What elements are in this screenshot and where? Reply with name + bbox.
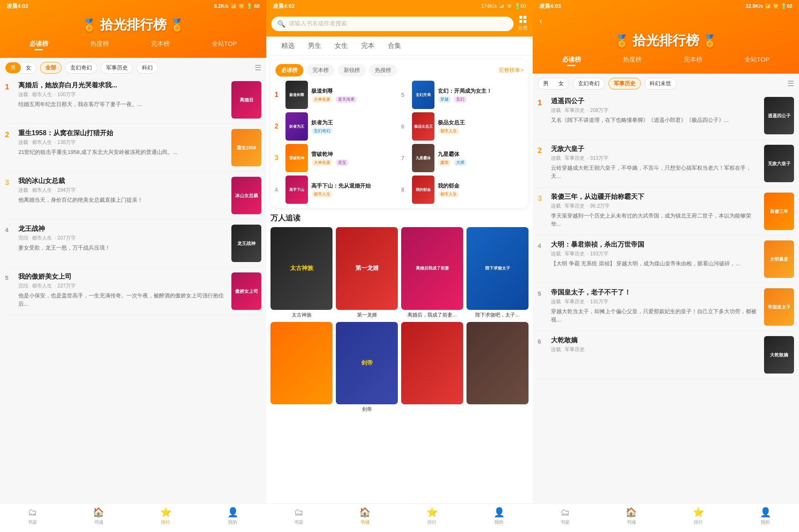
right-gender-female[interactable]: 女 [553, 78, 569, 89]
left-book-item-2[interactable]: 2 重生1958：从窝在深山打猎开始 连载 都市人生· 138万字 21世纪的狙… [5, 124, 261, 172]
right-tab-must-read[interactable]: 必读榜 [559, 54, 584, 65]
right-book-cover-5: 帝国皇太子 [764, 288, 794, 326]
middle-nav-bookstore[interactable]: 🏠 书城 [359, 507, 370, 525]
right-nav-bookstore[interactable]: 🏠 书城 [625, 507, 637, 525]
left-tab-must-read[interactable]: 必读榜 [26, 38, 52, 49]
right-tab-hot[interactable]: 热度榜 [620, 54, 645, 65]
middle-rank-item-7[interactable]: 7 九星霸体 九星霸体 廉荣 大师 [401, 144, 524, 172]
left-tab-top[interactable]: 全站TOP [208, 38, 241, 49]
middle-nav-bookshelf[interactable]: 🗂 书架 [294, 507, 303, 525]
left-nav-bookstore[interactable]: 🏠 书城 [93, 507, 104, 525]
right-book-meta-6: 连载 军事历史 [551, 346, 760, 353]
left-book-item-3[interactable]: 3 我的冰山女总裁 连载 都市人生· 294万字 他离婚当天，身价百亿的绝美女总… [5, 172, 261, 220]
rank-title-7: 九星霸体 [438, 151, 524, 158]
right-book-desc-4: 【大明 争霸 无系统 崇祯】 穿越大明，成为煤山皇帝朱由检，眼看山河破碎，... [551, 260, 760, 268]
million-item-1[interactable]: 太古神族 太古神族 [270, 227, 333, 319]
right-book-title-2: 无敌六皇子 [551, 145, 760, 153]
middle-rank-item-8[interactable]: 8 我的郁金 我的郁金 都市人生 [401, 176, 524, 204]
battery-level: 60 [254, 3, 260, 9]
million-item-4[interactable]: 陛下求饶太子 陛下求饶吧，太子... [466, 227, 529, 319]
right-book-item-2[interactable]: 2 无敌六皇子 连载 军事历史· 313万字 云铃穿越成大乾王朝六皇子，不夺嫡，… [538, 140, 794, 188]
million-item-2[interactable]: 第一龙婿 第一龙婿 [336, 227, 398, 319]
left-book-item-4[interactable]: 4 龙王战神 完结 都市人生· 207万字 妻女受欺，龙王一怒，万千战兵压境！ … [5, 220, 261, 267]
left-tab-hot[interactable]: 热度榜 [87, 38, 112, 49]
middle-rank-tab-hot[interactable]: 热搜榜 [369, 64, 397, 77]
left-book-cover-1: 离婚后 [231, 81, 261, 119]
rank-cover-6: 极品女总王 [412, 112, 434, 141]
rank-cover-4: 高手下山 [285, 176, 308, 204]
left-filter-military[interactable]: 军事历史 [101, 62, 133, 74]
left-nav-bookshelf[interactable]: 🗂 书架 [28, 507, 37, 525]
middle-tab-selected[interactable]: 精选 [275, 37, 301, 55]
left-book-item-5[interactable]: 5 我的傲娇美女上司 完结 都市人生· 227万字 他是小保安，也是盖世高手，一… [5, 267, 261, 315]
right-filter-menu[interactable]: ☰ [787, 79, 794, 88]
right-book-item-3[interactable]: 3 装傻三年，从边疆开始称霸天下 连载 军事历史· 96.2万字 李天策穿越到一… [538, 188, 794, 235]
middle-rank-item-4[interactable]: 4 高手下山 高手下山：先从退婚开始 都市人生 [275, 176, 398, 204]
middle-tab-female[interactable]: 女生 [328, 37, 355, 55]
right-nav-ranking[interactable]: ⭐ 排行 [693, 507, 704, 525]
category-button[interactable]: 分类 [518, 16, 528, 32]
middle-rank-tab-complete[interactable]: 完本榜 [307, 64, 335, 77]
right-mine-icon: 👤 [760, 507, 771, 518]
right-laurel-right: 🏅 [702, 34, 717, 48]
left-nav-ranking[interactable]: ⭐ 排行 [160, 507, 171, 525]
right-tab-top[interactable]: 全站TOP [741, 54, 773, 65]
middle-rank-tab-full[interactable]: 完整榜单> [499, 67, 524, 74]
back-button[interactable]: ‹ [539, 14, 546, 28]
right-tab-complete[interactable]: 完本榜 [680, 54, 706, 65]
middle-mine-icon: 👤 [494, 507, 505, 518]
middle-tab-complete[interactable]: 完本 [355, 37, 381, 55]
middle-tab-male[interactable]: 男生 [301, 37, 328, 55]
right-nav-mine[interactable]: 👤 我的 [760, 507, 771, 525]
left-nav-mine[interactable]: 👤 我的 [227, 507, 238, 525]
right-book-item-5[interactable]: 5 帝国皇太子，老子不干了！ 连载 军事历史· 131万字 穿越大乾当太子，却摊… [538, 283, 794, 331]
million-item-5[interactable] [270, 322, 333, 413]
right-rank-3: 3 [538, 193, 547, 203]
left-gender-female[interactable]: 女 [21, 62, 36, 73]
middle-nav-mine[interactable]: 👤 我的 [494, 507, 505, 525]
middle-rank-item-6[interactable]: 6 极品女总王 极品女总王 都市人生 [401, 112, 524, 141]
middle-rank-item-3[interactable]: 3 雷破乾坤 雷破乾坤 大神名家 灵宝 [275, 144, 398, 172]
million-second-row: 剑帝 剑帝 [270, 322, 529, 418]
million-item-6[interactable]: 剑帝 剑帝 [336, 322, 398, 413]
left-book-item-1[interactable]: 1 离婚后，她放弃白月光哭着求我... 连载 都市人生· 100万字 结婚五周年… [5, 76, 261, 124]
left-book-meta-2: 连载 都市人生· 138万字 [18, 139, 227, 146]
middle-ranking-icon: ⭐ [427, 507, 438, 518]
left-book-meta-1: 连载 都市人生· 100万字 [18, 91, 227, 98]
left-filter-fantasy[interactable]: 玄幻奇幻 [65, 62, 97, 74]
search-input-wrap[interactable]: 🔍 请输入书名或作者搜索 [271, 17, 514, 31]
left-filter-scifi[interactable]: 科幻 [136, 62, 158, 74]
middle-rank-tab-new[interactable]: 新锐榜 [338, 64, 366, 77]
left-gender-male[interactable]: 男 [5, 62, 21, 73]
million-item-3[interactable]: 离婚后我成了前妻 离婚后，我成了前妻... [401, 227, 463, 319]
middle-panel: 凌晨4:02 174K/s 📶 🛜 🔋60 🔍 请输入书名或作者搜索 分类 精选… [266, 0, 533, 532]
right-book-desc-3: 李天策穿越到一个历史上从未有过的大武帝国，成为镇北王府二世子，本以为能够荣华..… [551, 212, 760, 228]
million-item-8[interactable] [466, 322, 529, 413]
left-filter-all[interactable]: 全部 [40, 62, 62, 74]
left-status-bar: 凌晨4:02 8.2K/s 📶 🛜 🔋 60 [0, 0, 266, 12]
right-filter-military[interactable]: 军事历史 [608, 78, 641, 89]
right-filter-scifi[interactable]: 科幻未世 [644, 78, 677, 89]
middle-rank-item-5[interactable]: 5 玄幻开局 玄幻：开局成为女主！ 穿越 玄幻 [401, 81, 524, 109]
right-gender-male[interactable]: 男 [538, 78, 553, 89]
middle-rank-item-2[interactable]: 2 妖者为王 妖者为王 玄幻奇幻 [275, 112, 398, 141]
middle-rank-item-1[interactable]: 1 极道剑尊 极道剑尊 大神名家 逆天传承 [275, 81, 398, 109]
middle-nav-ranking[interactable]: ⭐ 排行 [427, 507, 438, 525]
right-book-item-4[interactable]: 4 大明：暴君崇祯，杀出万世帝国 连载 军事历史· 153万字 【大明 争霸 无… [538, 235, 794, 283]
rank-info-6: 极品女总王 都市人生 [438, 119, 524, 134]
left-filter-menu[interactable]: ☰ [255, 63, 261, 72]
left-time: 凌晨4:02 [7, 2, 28, 10]
middle-tab-collection[interactable]: 合集 [381, 37, 408, 55]
right-book-meta-2: 连载 军事历史· 313万字 [551, 155, 760, 162]
left-tab-complete[interactable]: 完本榜 [148, 38, 173, 49]
rank-tag-1b: 逆天传承 [335, 96, 357, 103]
middle-rank-tab-must[interactable]: 必读榜 [275, 64, 303, 77]
middle-nav-bookshelf-label: 书架 [294, 519, 303, 525]
right-rank-4: 4 [538, 240, 547, 249]
right-book-item-6[interactable]: 6 大乾敢嫡 连载 军事历史 大乾敢嫡 [538, 331, 794, 379]
right-book-item-1[interactable]: 1 逍遥四公子 连载 军事历史· 208万字 又名《阔下不讲道理，在下也略懂拳脚… [538, 92, 794, 140]
right-filter-fantasy[interactable]: 玄幻奇幻 [573, 78, 605, 89]
left-book-list: 1 离婚后，她放弃白月光哭着求我... 连载 都市人生· 100万字 结婚五周年… [0, 76, 266, 503]
right-nav-bookshelf[interactable]: 🗂 书架 [561, 507, 570, 525]
million-item-7[interactable] [401, 322, 463, 413]
